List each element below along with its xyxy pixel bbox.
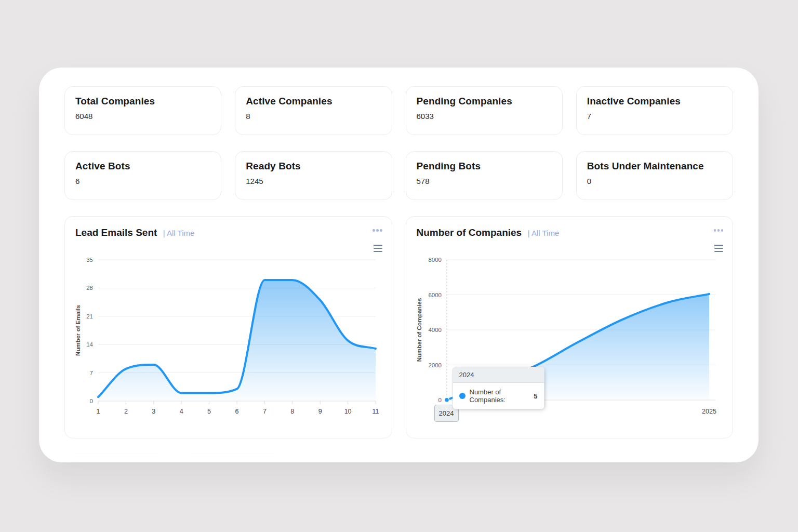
y-axis-title: Number of Companies <box>417 298 422 362</box>
chart-header: Lead Emails Sent | All Time <box>75 227 381 238</box>
x-tick-label: 9 <box>318 408 322 415</box>
stat-card-bots-under-maintenance: Bots Under Maintenance 0 <box>576 151 733 200</box>
stat-title: Inactive Companies <box>587 96 722 107</box>
x-tick-label: 8 <box>290 408 294 415</box>
hamburger-menu-icon[interactable] <box>714 245 723 252</box>
stat-value: 8 <box>246 112 381 121</box>
x-tick-label: 7 <box>263 408 267 415</box>
y-axis-title: Number of Emails <box>75 305 81 356</box>
chart-header: Number of Companies | All Time <box>417 227 723 238</box>
next-row-card-stub <box>183 453 282 462</box>
stat-card-inactive-companies: Inactive Companies 7 <box>576 86 733 135</box>
dashboard-container: Total Companies 6048 Active Companies 8 … <box>39 68 759 462</box>
tooltip-series-label: Number of Companies: <box>470 388 529 404</box>
y-tick-label: 2000 <box>428 362 442 368</box>
y-tick-label: 0 <box>438 397 441 403</box>
stat-value: 6048 <box>75 112 210 121</box>
stat-value: 7 <box>587 112 722 121</box>
tooltip-body: Number of Companies: 5 <box>453 383 544 409</box>
stat-card-ready-bots: Ready Bots 1245 <box>235 151 392 200</box>
stat-value: 6 <box>75 177 210 185</box>
tooltip-value: 5 <box>534 392 537 400</box>
stats-grid: Total Companies 6048 Active Companies 8 … <box>64 86 733 200</box>
x-tick-label: 11 <box>373 408 379 415</box>
stat-value: 578 <box>417 177 552 185</box>
stat-value: 1245 <box>246 177 381 185</box>
charts-grid: Lead Emails Sent | All Time 071421283512… <box>64 216 733 438</box>
y-tick-label: 14 <box>86 341 93 348</box>
series-area <box>98 280 376 401</box>
stat-value: 6033 <box>417 112 552 121</box>
series-dot-icon <box>459 393 466 399</box>
chart-title: Lead Emails Sent <box>75 227 157 238</box>
y-tick-label: 6000 <box>428 292 442 298</box>
next-row-card-stub <box>66 453 165 462</box>
ellipsis-icon[interactable] <box>373 229 382 232</box>
lead-emails-chart-svg: 07142128351234567891011Number of Emails <box>75 255 380 426</box>
companies-chart-card: Number of Companies | All Time 020004000… <box>406 216 734 438</box>
lead-emails-chart-card: Lead Emails Sent | All Time 071421283512… <box>64 216 392 438</box>
x-tick-label: 6 <box>235 408 239 415</box>
stat-title: Total Companies <box>75 96 210 107</box>
chart-range-label: | All Time <box>528 229 560 237</box>
stat-card-active-companies: Active Companies 8 <box>235 86 392 135</box>
hover-marker <box>444 397 449 402</box>
x-tick-label: 5 <box>207 408 211 415</box>
hamburger-menu-icon[interactable] <box>374 245 382 252</box>
y-tick-label: 21 <box>86 313 93 320</box>
chart-tooltip: 2024 Number of Companies: 5 <box>453 367 544 409</box>
x-tick-label: 2 <box>124 408 128 415</box>
y-tick-label: 7 <box>90 370 93 376</box>
y-tick-label: 0 <box>90 398 93 404</box>
stat-title: Pending Companies <box>417 96 552 107</box>
stat-card-total-companies: Total Companies 6048 <box>64 86 221 135</box>
stat-title: Bots Under Maintenance <box>587 161 722 172</box>
stat-card-active-bots: Active Bots 6 <box>64 151 221 200</box>
tooltip-header: 2024 <box>453 367 544 383</box>
stat-value: 0 <box>587 177 722 185</box>
x-tick-label: 4 <box>180 408 183 415</box>
chart-range-label: | All Time <box>163 229 195 237</box>
x-tick-label: 1 <box>97 408 100 415</box>
x-tick-label: 2025 <box>702 408 716 415</box>
y-tick-label: 28 <box>86 285 93 291</box>
y-tick-label: 8000 <box>428 257 442 263</box>
lead-emails-chart-body: 07142128351234567891011Number of Emails <box>75 255 380 426</box>
stat-title: Ready Bots <box>246 161 381 172</box>
y-tick-label: 4000 <box>428 327 442 333</box>
stat-title: Active Companies <box>246 96 381 107</box>
ellipsis-icon[interactable] <box>714 229 724 232</box>
x-tick-label: 10 <box>344 408 352 415</box>
stat-title: Active Bots <box>75 161 210 172</box>
stat-title: Pending Bots <box>417 161 552 172</box>
chart-title: Number of Companies <box>417 227 522 238</box>
stat-card-pending-bots: Pending Bots 578 <box>406 151 563 200</box>
x-tick-label: 3 <box>152 408 155 415</box>
y-tick-label: 35 <box>86 257 93 263</box>
stat-card-pending-companies: Pending Companies 6033 <box>406 86 563 135</box>
